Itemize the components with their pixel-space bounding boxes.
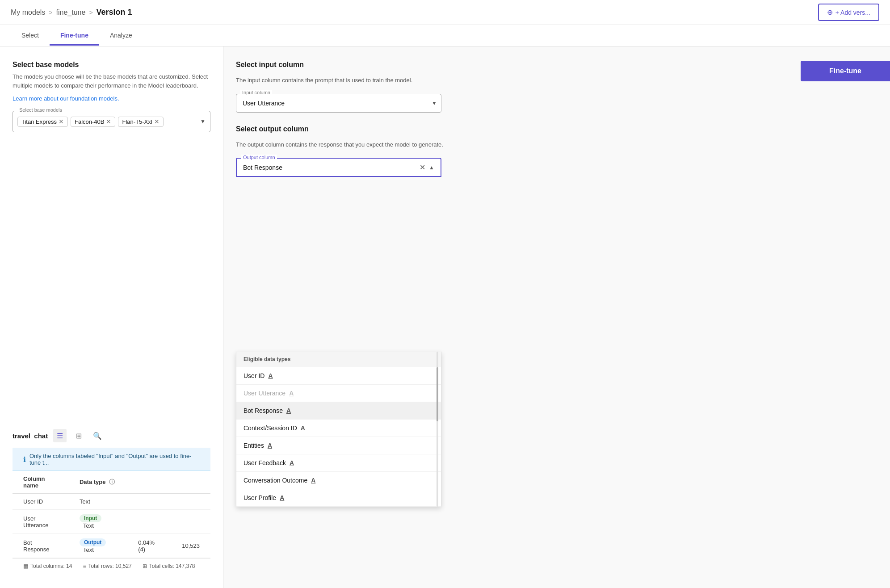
output-badge: Output	[80, 538, 106, 546]
data-type-info-icon: ⓘ	[109, 479, 115, 485]
row-bot-count: 10,523	[171, 534, 210, 558]
text-type-icon-outcome: A	[311, 477, 315, 484]
left-panel: Select base models The models you choose…	[0, 46, 223, 588]
text-type-icon-entities: A	[268, 442, 272, 449]
model-tag-falcon-label: Falcon-40B	[75, 118, 104, 125]
col-header-name: Column name	[13, 471, 69, 494]
dropdown-item-entities[interactable]: Entities A	[236, 437, 441, 454]
grid-view-icon[interactable]: ⊞	[72, 429, 85, 442]
input-col-label: Input column	[240, 90, 272, 95]
add-version-button[interactable]: ⊕ + Add vers...	[818, 4, 879, 21]
info-banner-text: Only the columns labeled "Input" and "Ou…	[29, 453, 200, 466]
base-models-desc: The models you choose will be the base m…	[13, 72, 210, 90]
output-col-dropdown-wrapper: Output column Bot Response ✕ ▲ Eligible …	[236, 158, 441, 332]
fine-tune-button[interactable]: Fine-tune	[801, 61, 890, 81]
col-header-extra1	[127, 471, 171, 494]
columns-icon: ▦	[23, 563, 28, 569]
table-header-row: travel_chat ☰ ⊞ 🔍	[13, 424, 210, 448]
text-type-icon-profile: A	[280, 494, 284, 501]
search-icon[interactable]: 🔍	[91, 429, 104, 442]
input-col-select[interactable]: User Utterance	[236, 94, 441, 113]
dropdown-item-context-session[interactable]: Context/Session ID A	[236, 420, 441, 437]
row-utterance-count	[171, 510, 210, 534]
remove-flan-icon[interactable]: ✕	[154, 118, 160, 125]
row-utterance-badge: Input Text	[69, 510, 127, 534]
breadcrumb-sep1: >	[49, 9, 52, 16]
model-tag-flan: Flan-T5-Xxl ✕	[118, 117, 163, 127]
row-utterance-type: Text	[83, 522, 94, 529]
text-type-icon: A	[268, 372, 273, 379]
output-col-field[interactable]: Output column Bot Response ✕ ▲	[236, 158, 441, 177]
output-col-label: Output column	[241, 155, 277, 160]
breadcrumb: My models > fine_tune > Version 1	[11, 8, 132, 17]
dropdown-scrollbar[interactable]	[437, 352, 441, 507]
table-footer: ▦ Total columns: 14 ≡ Total rows: 10,527…	[13, 558, 210, 574]
footer-total-cells: ⊞ Total cells: 147,378	[143, 563, 195, 569]
output-clear-icon[interactable]: ✕	[420, 163, 425, 172]
dropdown-item-user-id[interactable]: User ID A	[236, 367, 441, 385]
dropdown-item-profile-label: User Profile	[243, 494, 276, 501]
breadcrumb-middle[interactable]: fine_tune	[56, 8, 86, 17]
model-tag-falcon: Falcon-40B ✕	[71, 117, 115, 127]
dropdown-item-outcome-label: Conversation Outcome	[243, 477, 307, 484]
input-col-dropdown[interactable]: Input column User Utterance ▼	[236, 94, 441, 113]
output-col-title: Select output column	[236, 125, 877, 133]
row-user-id-name: User ID	[13, 494, 69, 510]
model-tag-titan-label: Titan Express	[21, 118, 57, 125]
dropdown-item-feedback-label: User Feedback	[243, 459, 286, 466]
row-user-id-type: Text	[69, 494, 127, 510]
text-type-icon-context: A	[301, 424, 305, 432]
info-circle-icon: ℹ	[23, 455, 26, 464]
output-dropdown-list: Eligible data types User ID A User Utter…	[236, 352, 441, 507]
dropdown-item-conversation-outcome[interactable]: Conversation Outcome A	[236, 472, 441, 489]
tab-fine-tune[interactable]: Fine-tune	[50, 26, 99, 46]
info-banner: ℹ Only the columns labeled "Input" and "…	[13, 448, 210, 471]
text-type-icon-feedback: A	[290, 459, 294, 466]
output-chevron-up-icon: ▲	[429, 164, 434, 171]
model-tag-flan-label: Flan-T5-Xxl	[122, 118, 152, 125]
dropdown-item-bot-label: Bot Response	[243, 407, 283, 414]
remove-titan-icon[interactable]: ✕	[59, 118, 64, 125]
input-badge: Input	[80, 514, 101, 522]
dropdown-item-entities-label: Entities	[243, 442, 264, 449]
footer-total-columns: ▦ Total columns: 14	[23, 563, 72, 569]
table-row: Bot Response Output Text 0.04% (4) 10,52…	[13, 534, 210, 558]
col-header-extra2	[171, 471, 210, 494]
base-models-dropdown-arrow-icon: ▼	[200, 118, 206, 125]
row-utterance-name: User Utterance	[13, 510, 69, 534]
remove-falcon-icon[interactable]: ✕	[106, 118, 111, 125]
table-row: User ID Text	[13, 494, 210, 510]
col-header-type: Data type ⓘ	[69, 471, 127, 494]
tab-bar: Select Fine-tune Analyze	[0, 25, 890, 46]
list-view-icon[interactable]: ☰	[53, 429, 67, 442]
input-col-section: Select input column The input column con…	[236, 61, 877, 113]
add-version-label: + Add vers...	[835, 9, 870, 16]
tab-analyze[interactable]: Analyze	[99, 26, 143, 46]
row-user-id-pct	[127, 494, 171, 510]
dropdown-item-context-label: Context/Session ID	[243, 424, 297, 432]
base-models-title: Select base models	[13, 61, 210, 69]
text-type-icon-bot: A	[286, 407, 291, 414]
output-col-desc: The output column contains the response …	[236, 140, 877, 149]
row-bot-name: Bot Response	[13, 534, 69, 558]
table-row: User Utterance Input Text	[13, 510, 210, 534]
top-bar: My models > fine_tune > Version 1 ⊕ + Ad…	[0, 0, 890, 25]
breadcrumb-root[interactable]: My models	[11, 8, 45, 17]
scrollbar-thumb	[437, 367, 438, 421]
dropdown-item-user-profile[interactable]: User Profile A	[236, 489, 441, 507]
tab-select[interactable]: Select	[11, 26, 50, 46]
learn-more-link[interactable]: Learn more about our foundation models.	[13, 95, 210, 102]
dropdown-list-header: Eligible data types	[236, 352, 441, 367]
input-col-title: Select input column	[236, 61, 877, 69]
output-col-value: Bot Response	[243, 164, 420, 171]
row-bot-pct: 0.04% (4)	[127, 534, 171, 558]
breadcrumb-sep2: >	[89, 9, 92, 16]
rows-icon: ≡	[83, 563, 86, 569]
dropdown-item-bot-response[interactable]: Bot Response A	[236, 402, 441, 420]
base-models-field-label: Select base models	[17, 107, 64, 113]
cells-icon: ⊞	[143, 563, 147, 569]
plus-icon: ⊕	[827, 8, 833, 17]
dropdown-item-user-feedback[interactable]: User Feedback A	[236, 454, 441, 472]
base-models-select[interactable]: Select base models Titan Express ✕ Falco…	[13, 111, 210, 132]
row-user-id-count	[171, 494, 210, 510]
